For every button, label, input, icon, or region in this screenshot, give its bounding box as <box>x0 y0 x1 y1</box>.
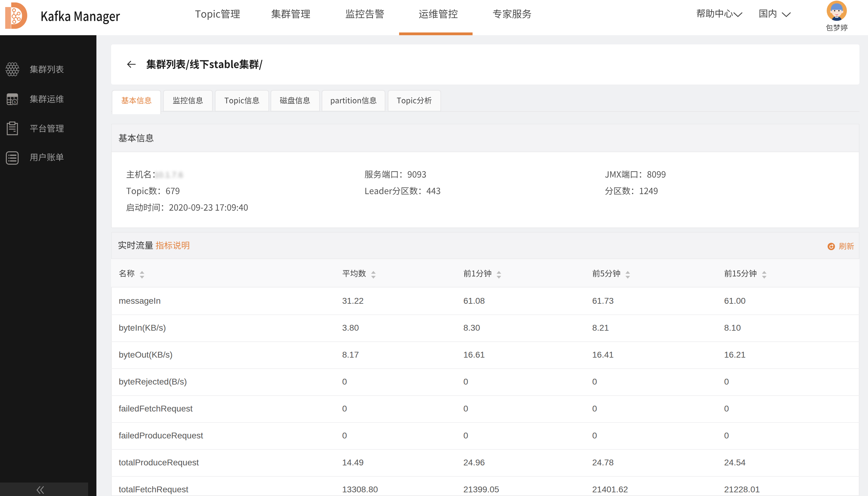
svg-text:$: $ <box>14 100 16 104</box>
